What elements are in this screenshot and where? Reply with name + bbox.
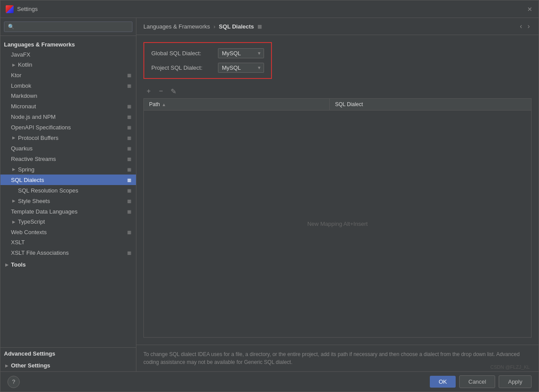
sidebar-item-lombok[interactable]: Lombok ▦: [0, 80, 136, 91]
ktor-settings-icon: ▦: [125, 71, 132, 78]
table-toolbar: + − ✎: [143, 86, 532, 96]
sidebar-section-advanced[interactable]: Advanced Settings: [0, 348, 136, 360]
sidebar-list: Languages & Frameworks JavaFX ▶ Kotlin K…: [0, 36, 136, 347]
title-bar: Settings ✕: [0, 0, 539, 18]
sidebar-item-web-contexts[interactable]: Web Contexts ▦: [0, 227, 136, 237]
project-dialect-label: Project SQL Dialect:: [151, 64, 213, 71]
close-button[interactable]: ✕: [526, 6, 533, 13]
expand-arrow-tools: ▶: [4, 262, 9, 267]
help-button[interactable]: ?: [7, 376, 20, 388]
col-path-header: Path ▲: [144, 99, 329, 110]
apply-button[interactable]: Apply: [499, 375, 532, 388]
lombok-settings-icon: ▦: [125, 82, 132, 89]
protobuf-settings-icon: ▦: [125, 134, 132, 141]
sidebar-item-typescript[interactable]: ▶ TypeScript: [0, 217, 136, 227]
right-panel: Languages & Frameworks › SQL Dialects ▦ …: [136, 18, 539, 371]
project-dialect-row: Project SQL Dialect: MySQL PostgreSQL SQ…: [151, 63, 264, 73]
nav-forward-button[interactable]: ›: [526, 22, 532, 30]
global-dialect-row: Global SQL Dialect: MySQL PostgreSQL SQL…: [151, 48, 264, 58]
expand-arrow-spring: ▶: [11, 167, 16, 172]
sidebar-item-micronaut[interactable]: Micronaut ▦: [0, 101, 136, 111]
dialect-section: Global SQL Dialect: MySQL PostgreSQL SQL…: [143, 42, 272, 79]
table-header: Path ▲ SQL Dialect: [144, 99, 531, 110]
expand-arrow-typescript: ▶: [11, 219, 16, 225]
breadcrumb: Languages & Frameworks › SQL Dialects ▦ …: [136, 18, 539, 35]
expand-arrow-protobuf: ▶: [11, 135, 16, 140]
xslt-file-settings-icon: ▦: [125, 249, 132, 256]
ok-button[interactable]: OK: [430, 376, 456, 388]
sidebar-item-javafx[interactable]: JavaFX: [0, 50, 136, 60]
settings-dialog: Settings ✕ Languages & Frameworks JavaFX: [0, 0, 539, 392]
empty-hint: New Mapping Alt+Insert: [307, 221, 368, 227]
project-dialect-select-wrapper: MySQL PostgreSQL SQLite Oracle Generic ▼: [218, 63, 264, 73]
bottom-note: To change SQL dialect IDEA uses for a fi…: [136, 345, 539, 371]
sidebar-item-xslt[interactable]: XSLT: [0, 237, 136, 247]
breadcrumb-parent: Languages & Frameworks: [143, 23, 210, 30]
expand-arrow-kotlin: ▶: [11, 62, 16, 68]
nodejs-settings-icon: ▦: [125, 113, 132, 120]
sql-dialects-settings-icon: ▦: [125, 176, 132, 183]
panel-content: Global SQL Dialect: MySQL PostgreSQL SQL…: [136, 35, 539, 345]
stylesheets-settings-icon: ▦: [125, 197, 132, 204]
cancel-button[interactable]: Cancel: [459, 375, 495, 388]
spring-settings-icon: ▦: [125, 166, 132, 173]
web-settings-icon: ▦: [125, 228, 132, 235]
expand-arrow-stylesheets: ▶: [11, 198, 16, 203]
table-body: New Mapping Alt+Insert: [144, 110, 531, 337]
global-dialect-select[interactable]: MySQL PostgreSQL SQLite Oracle Generic: [218, 48, 264, 58]
mapping-table: Path ▲ SQL Dialect New Mapping Alt+Inser…: [143, 98, 532, 338]
nav-back-button[interactable]: ‹: [518, 22, 524, 30]
sidebar-item-spring[interactable]: ▶ Spring ▦: [0, 164, 136, 175]
expand-arrow-other: ▶: [4, 363, 9, 368]
sidebar-item-markdown[interactable]: Markdown: [0, 91, 136, 101]
main-content: Languages & Frameworks JavaFX ▶ Kotlin K…: [0, 18, 539, 371]
sidebar-item-stylesheets[interactable]: ▶ Style Sheets ▦: [0, 196, 136, 206]
sidebar-item-reactive[interactable]: Reactive Streams ▦: [0, 153, 136, 164]
dialog-footer: ? OK Cancel Apply: [0, 371, 539, 392]
window-title: Settings: [17, 6, 38, 12]
global-dialect-select-wrapper: MySQL PostgreSQL SQLite Oracle Generic ▼: [218, 48, 264, 58]
sidebar-item-nodejs[interactable]: Node.js and NPM ▦: [0, 111, 136, 122]
global-dialect-label: Global SQL Dialect:: [151, 50, 213, 57]
sidebar-item-kotlin[interactable]: ▶ Kotlin: [0, 60, 136, 70]
search-input[interactable]: [4, 21, 132, 32]
title-bar-left: Settings: [6, 5, 38, 13]
breadcrumb-page-icon: ▦: [257, 24, 262, 29]
sidebar-section-languages: Languages & Frameworks: [0, 39, 136, 50]
add-mapping-button[interactable]: +: [143, 86, 154, 96]
edit-mapping-button[interactable]: ✎: [168, 86, 178, 96]
breadcrumb-current: SQL Dialects: [219, 23, 254, 30]
search-box: [0, 18, 136, 36]
sidebar-bottom: Advanced Settings ▶ Other Settings: [0, 347, 136, 371]
sql-resolution-settings-icon: ▦: [125, 187, 132, 194]
sidebar-item-quarkus[interactable]: Quarkus ▦: [0, 143, 136, 153]
sidebar-item-sql-resolution[interactable]: SQL Resolution Scopes ▦: [0, 185, 136, 196]
sidebar-item-protobuf[interactable]: ▶ Protocol Buffers ▦: [0, 132, 136, 143]
reactive-settings-icon: ▦: [125, 155, 132, 162]
nav-arrows: ‹ ›: [518, 22, 532, 30]
micronaut-settings-icon: ▦: [125, 103, 132, 110]
sidebar-section-tools[interactable]: ▶ Tools: [0, 260, 136, 270]
sidebar-section-other[interactable]: ▶ Other Settings: [0, 360, 136, 371]
watermark: CSDN @FLZJ_KL: [490, 364, 530, 370]
col-dialect-header: SQL Dialect: [329, 99, 531, 110]
sidebar-item-openapi[interactable]: OpenAPI Specifications ▦: [0, 122, 136, 132]
sidebar: Languages & Frameworks JavaFX ▶ Kotlin K…: [0, 18, 136, 371]
breadcrumb-separator: ›: [214, 23, 215, 30]
app-icon: [6, 5, 14, 13]
sidebar-item-xslt-file[interactable]: XSLT File Associations ▦: [0, 247, 136, 258]
sidebar-item-template[interactable]: Template Data Languages ▦: [0, 206, 136, 217]
template-settings-icon: ▦: [125, 208, 132, 215]
quarkus-settings-icon: ▦: [125, 145, 132, 152]
openapi-settings-icon: ▦: [125, 124, 132, 131]
sidebar-item-sql-dialects[interactable]: SQL Dialects ▦: [0, 175, 136, 185]
project-dialect-select[interactable]: MySQL PostgreSQL SQLite Oracle Generic: [218, 63, 264, 73]
sidebar-item-ktor[interactable]: Ktor ▦: [0, 70, 136, 80]
sort-arrow-icon: ▲: [162, 102, 166, 107]
remove-mapping-button[interactable]: −: [156, 86, 166, 96]
